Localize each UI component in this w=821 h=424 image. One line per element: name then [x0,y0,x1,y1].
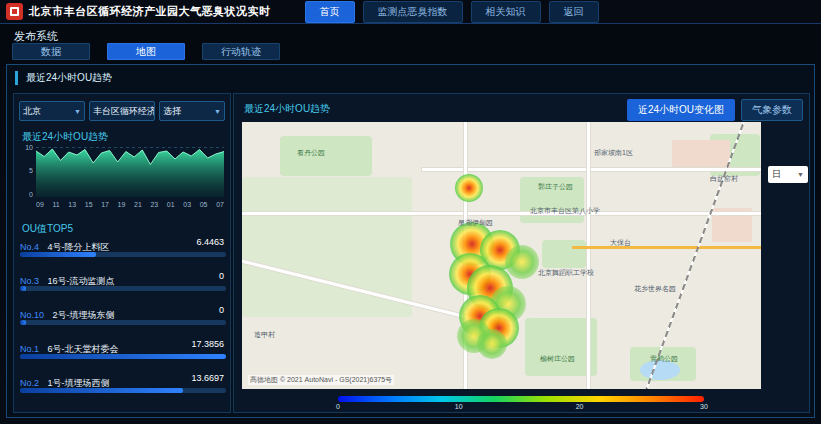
period-select-value: 日 [772,168,781,181]
map-place-label: 大保台 [610,238,631,248]
ou-value: 0 [219,271,224,281]
heatmap-blob [505,245,539,279]
y-axis-tick: 10 [20,144,33,151]
y-axis-tick: 5 [20,167,33,174]
legend-tick: 10 [455,403,463,410]
list-item[interactable]: No.2 1号-填埋场西侧 13.6697 [20,372,226,406]
map-road [422,168,761,171]
map-park [542,240,586,268]
ou-trend-chart [36,147,224,197]
x-axis-tick: 23 [150,201,158,208]
site-name: 6号-北天堂村委会 [47,344,118,354]
x-axis-tick: 05 [200,201,208,208]
map-section-title: 最近24小时OU趋势 [244,102,330,116]
map-place-label: 看丹公园 [297,148,325,158]
ou-color-legend: 0 10 20 30 [338,396,704,411]
x-axis-tick: 01 [167,201,175,208]
chevron-down-icon: ▼ [74,108,81,115]
filter-selects: 北京 ▼ 丰台区循环经济产 ▼ 选择 ▼ [19,101,225,121]
top-header: 北京市丰台区循环经济产业园大气恶臭状况实时 首页 监测点恶臭指数 相关知识 返回 [0,0,821,24]
site-name: 2号-填埋场东侧 [52,310,114,320]
nav-item-knowledge[interactable]: 相关知识 [471,1,541,23]
progress-fill [20,286,26,291]
map-road [242,212,761,215]
period-select[interactable]: 日 ▼ [768,166,808,183]
map-attribution: 高德地图 © 2021 AutoNavi - GS(2021)6375号 [248,375,394,385]
x-axis-tick: 15 [85,201,93,208]
app-logo [6,3,23,20]
chevron-down-icon: ▼ [214,108,221,115]
nav-item-odor-index[interactable]: 监测点恶臭指数 [363,1,463,23]
progress-fill [20,252,96,257]
list-item[interactable]: No.1 6号-北天堂村委会 17.3856 [20,338,226,372]
map-highway [572,246,761,249]
tab-map[interactable]: 地图 [107,43,185,60]
progress-fill [20,320,26,325]
ou-value: 6.4463 [196,237,224,247]
ou-value: 13.6697 [191,373,224,383]
progress-track [20,388,226,393]
view-tabs: 数据 地图 行动轨迹 [12,43,280,60]
heatmap-blob [477,329,507,359]
rank-label: No.2 [20,378,39,388]
ou-value: 17.3856 [191,339,224,349]
map-place-label: 星湖伊甸园 [458,218,493,228]
map-place-label: 郭庄子公园 [538,182,573,192]
list-item[interactable]: No.3 16号-流动监测点 0 [20,270,226,304]
list-item[interactable]: No.4 4号-降分上料区 6.4463 [20,236,226,270]
publish-system-label: 发布系统 [14,29,58,44]
top5-list: No.4 4号-降分上料区 6.4463 No.3 16号-流动监测点 0 No… [20,236,226,406]
map-road [587,122,590,389]
site-select[interactable]: 选择 ▼ [159,101,225,121]
map-canvas[interactable]: 看丹公园 郭庄子公园 北京市丰台区第八小学 星湖伊甸园 大保台 北京舞蹈职工学校… [242,122,761,389]
app-title: 北京市丰台区循环经济产业园大气恶臭状况实时 [29,4,271,19]
map-park [280,136,372,176]
site-name: 1号-填埋场西侧 [47,378,109,388]
map-place-label: 造甲村 [254,330,275,340]
map-urban-block [672,140,730,168]
city-select[interactable]: 北京 ▼ [19,101,85,121]
map-place-label: 白盆窑村 [710,174,738,184]
nav-item-back[interactable]: 返回 [549,1,599,23]
map-place-label: 北京市丰台区第八小学 [530,206,600,216]
top5-title: OU值TOP5 [22,222,73,236]
legend-tick: 30 [700,403,708,410]
progress-fill [20,354,226,359]
chevron-down-icon: ▼ [797,171,804,178]
site-name: 16号-流动监测点 [47,276,114,286]
progress-fill [20,388,183,393]
list-item[interactable]: No.10 2号-填埋场东侧 0 [20,304,226,338]
heatmap-blob [455,174,483,202]
city-select-value: 北京 [23,105,41,118]
legend-tick: 20 [576,403,584,410]
y-axis-tick: 0 [20,191,33,198]
panel-title: 最近24小时OU趋势 [15,71,112,85]
x-axis-tick: 03 [183,201,191,208]
progress-track [20,286,226,291]
map-place-label: 花乡世界名园 [634,284,676,294]
x-axis-tick: 07 [216,201,224,208]
chart-title: 最近24小时OU趋势 [22,130,108,144]
left-panel: 北京 ▼ 丰台区循环经济产 ▼ 选择 ▼ 最近24小时OU趋势 10 5 0 0… [13,93,231,413]
map-place-label: 北京舞蹈职工学校 [538,268,594,278]
progress-track [20,354,226,359]
ou-change-map-button[interactable]: 近24小时OU变化图 [627,99,735,121]
x-axis-tick: 11 [52,201,59,208]
x-axis-tick: 21 [134,201,142,208]
x-axis: 091113151719212301030507 [36,201,224,208]
legend-tick: 0 [336,403,340,410]
main-nav: 首页 监测点恶臭指数 相关知识 返回 [305,1,599,23]
weather-params-button[interactable]: 气象参数 [741,99,803,121]
site-name: 4号-降分上料区 [47,242,109,252]
nav-item-home[interactable]: 首页 [305,1,355,23]
progress-track [20,252,226,257]
map-place-label: 榆树庄公园 [540,354,575,364]
rank-label: No.4 [20,242,39,252]
x-axis-tick: 13 [68,201,76,208]
map-buttons: 近24小时OU变化图 气象参数 [627,99,803,121]
tab-track[interactable]: 行动轨迹 [202,43,280,60]
ou-trend-chart-area: 10 5 0 091113151719212301030507 [20,144,226,216]
x-axis-tick: 19 [118,201,126,208]
district-select[interactable]: 丰台区循环经济产 ▼ [89,101,155,121]
tab-data[interactable]: 数据 [12,43,90,60]
